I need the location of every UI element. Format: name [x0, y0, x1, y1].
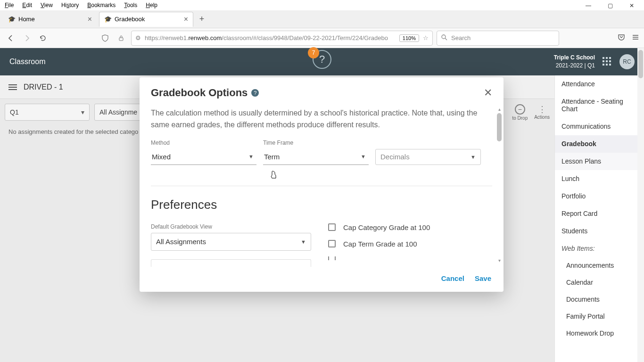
sidebar-item-students[interactable]: Students — [555, 222, 644, 240]
calculation-description: The calculation method is usually determ… — [151, 107, 492, 131]
hamburger-menu-icon[interactable] — [632, 33, 639, 43]
app-title: Classroom — [9, 58, 45, 66]
chevron-down-icon: ▼ — [471, 154, 476, 160]
decimals-value: Decimals — [380, 153, 410, 161]
window-minimize[interactable]: ― — [578, 0, 599, 11]
star-icon[interactable]: ☆ — [423, 34, 429, 41]
sidebar-item-announcements[interactable]: Announcements — [555, 257, 644, 274]
back-button[interactable] — [5, 32, 17, 44]
tab-label: Gradebook — [115, 16, 145, 23]
forward-button[interactable] — [21, 32, 33, 44]
url-input[interactable]: ⚙ https://renweb1.renweb.com/classroom/#… — [131, 31, 433, 46]
sidebar-item-attendance[interactable]: Attendance — [555, 75, 644, 93]
help-icon[interactable]: ? — [251, 89, 259, 97]
url-domain: renweb.com — [189, 34, 222, 41]
school-info: Triple C School 2021-2022 | Q1 — [554, 54, 595, 70]
svg-point-1 — [442, 35, 446, 39]
menu-view[interactable]: View — [41, 2, 53, 8]
sidebar-item-documents[interactable]: Documents — [555, 291, 644, 308]
avatar[interactable]: RC — [619, 54, 635, 69]
sidebar-web-section: Web Items: — [555, 240, 644, 257]
search-icon — [441, 34, 447, 42]
chevron-down-icon: ▼ — [301, 239, 306, 245]
sidebar-item-homework-drop[interactable]: Homework Drop — [555, 325, 644, 342]
default-view-label: Default Gradebook View — [151, 223, 311, 230]
method-value: Mixed — [152, 153, 171, 161]
method-select[interactable]: Mixed ▼ — [151, 149, 256, 165]
reload-button[interactable] — [37, 32, 49, 44]
default-view-select[interactable]: All Assignments ▼ — [151, 233, 311, 251]
sidebar-item-lesson-plans[interactable]: Lesson Plans — [555, 153, 644, 170]
decimals-spacer — [375, 140, 481, 146]
save-button[interactable]: Save — [475, 274, 491, 282]
menu-tools[interactable]: Tools — [124, 2, 137, 8]
tab-label: Home — [18, 16, 35, 23]
scroll-thumb[interactable] — [497, 113, 502, 141]
graduation-cap-icon: 🎓 — [104, 16, 111, 23]
modal-title: Gradebook Options — [151, 87, 248, 99]
timeframe-value: Term — [264, 153, 280, 161]
default-view-value: All Assignments — [156, 238, 206, 246]
divider — [151, 186, 492, 186]
school-name: Triple C School — [554, 54, 595, 62]
cap-category-label: Cap Category Grade at 100 — [343, 223, 430, 231]
search-placeholder: Search — [451, 34, 471, 41]
pocket-icon[interactable] — [618, 33, 625, 43]
close-icon[interactable]: × — [88, 16, 92, 23]
checkbox-icon[interactable] — [328, 223, 336, 231]
gradebook-options-modal: Gradebook Options ? ✕ Calculation The ca… — [140, 77, 504, 292]
sidebar-item-calendar[interactable]: Calendar — [555, 274, 644, 291]
timeframe-label: Time Frame — [263, 140, 369, 146]
shield-icon[interactable] — [99, 32, 111, 44]
sidebar-item-family-portal[interactable]: Family Portal — [555, 308, 644, 325]
chevron-down-icon: ▼ — [248, 154, 254, 159]
sidebar-item-attendance-seating[interactable]: Attendance - Seating Chart — [555, 93, 644, 118]
term-label: 2021-2022 | Q1 — [554, 62, 595, 70]
sidebar-item-report-card[interactable]: Report Card — [555, 205, 644, 222]
window-close[interactable]: ✕ — [621, 0, 642, 11]
menu-bookmarks[interactable]: Bookmarks — [87, 2, 116, 8]
third-checkbox-row-partial[interactable] — [328, 256, 430, 260]
checkbox-icon[interactable] — [328, 240, 336, 247]
permissions-icon[interactable]: ⚙ — [135, 34, 141, 41]
decimals-select[interactable]: Decimals ▼ — [375, 149, 481, 165]
svg-rect-0 — [119, 38, 123, 41]
menu-file[interactable]: File — [5, 2, 14, 8]
notification-badge: 7 — [308, 47, 319, 58]
tab-home[interactable]: 🎓 Home × — [3, 12, 97, 27]
menu-history[interactable]: History — [61, 2, 79, 8]
search-input[interactable]: Search — [437, 31, 559, 46]
section-preferences-heading: Preferences — [151, 197, 492, 212]
app-header: Classroom ? 7 Triple C School 2021-2022 … — [0, 48, 644, 75]
cap-term-checkbox-row[interactable]: Cap Term Grade at 100 — [328, 240, 430, 248]
modal-scrollbar[interactable]: ▴ ▾ — [497, 107, 502, 263]
url-path: /classroom/#/class/9948/Date/09-22-2021/… — [222, 34, 388, 41]
zoom-badge[interactable]: 110% — [399, 34, 419, 42]
lock-icon[interactable] — [115, 32, 127, 44]
apps-grid-icon[interactable] — [603, 57, 612, 66]
close-icon[interactable]: × — [184, 16, 188, 23]
close-icon[interactable]: ✕ — [484, 87, 492, 99]
sidebar-item-lunch[interactable]: Lunch — [555, 170, 644, 188]
menu-help[interactable]: Help — [146, 2, 157, 8]
secondary-select-partial[interactable] — [151, 259, 311, 267]
help-button[interactable]: ? 7 — [313, 50, 331, 69]
scroll-up-arrow-icon[interactable]: ▴ — [497, 107, 502, 111]
scroll-down-arrow-icon[interactable]: ▾ — [497, 258, 502, 263]
browser-menubar: File Edit View History Bookmarks Tools H… — [0, 0, 644, 10]
new-tab-button[interactable]: + — [195, 13, 208, 26]
url-scheme: https://renweb1. — [145, 34, 189, 41]
cancel-button[interactable]: Cancel — [441, 274, 464, 282]
window-maximize[interactable]: ▢ — [600, 0, 620, 11]
cap-category-checkbox-row[interactable]: Cap Category Grade at 100 — [328, 223, 430, 231]
page-scrollbar[interactable] — [637, 48, 644, 362]
menu-edit[interactable]: Edit — [22, 2, 32, 8]
sidebar-item-communications[interactable]: Communications — [555, 118, 644, 135]
sidebar-item-portfolio[interactable]: Portfolio — [555, 188, 644, 205]
sidebar-item-gradebook[interactable]: Gradebook — [555, 135, 644, 153]
checkbox-icon[interactable] — [328, 256, 336, 260]
timeframe-select[interactable]: Term ▼ — [263, 149, 369, 165]
tab-bar: 🎓 Home × 🎓 Gradebook × + — [0, 10, 644, 28]
tab-gradebook[interactable]: 🎓 Gradebook × — [99, 12, 193, 27]
method-label: Method — [151, 140, 256, 146]
